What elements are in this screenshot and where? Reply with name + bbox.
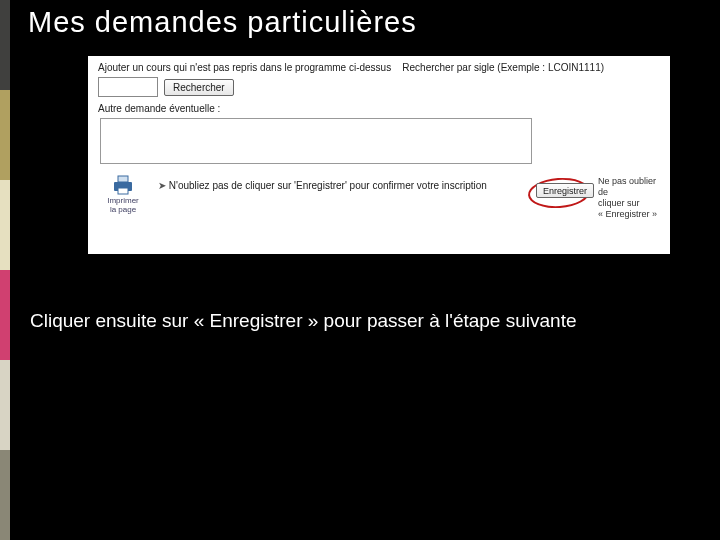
save-area: Enregistrer Ne pas oublier de cliquer su… <box>520 176 660 226</box>
side-note: Ne pas oublier de cliquer sur « Enregist… <box>598 176 660 220</box>
side-note-line3: « Enregistrer » <box>598 209 657 219</box>
instruction-text: Cliquer ensuite sur « Enregistrer » pour… <box>30 310 576 332</box>
search-hint: Rechercher par sigle (Exemple : LCOIN111… <box>402 62 604 73</box>
printer-icon <box>111 174 135 196</box>
course-code-input[interactable] <box>98 77 158 97</box>
accent-strip <box>0 0 10 540</box>
arrow-icon: ➤ <box>158 180 169 191</box>
search-button[interactable]: Rechercher <box>164 79 234 96</box>
other-request-label: Autre demande éventuelle : <box>98 103 660 114</box>
other-request-textarea[interactable] <box>100 118 532 164</box>
print-label-1: Imprimer <box>107 196 139 205</box>
reminder-text: ➤ N'oubliez pas de cliquer sur 'Enregist… <box>158 180 510 191</box>
svg-rect-2 <box>118 188 128 194</box>
reminder-label: N'oubliez pas de cliquer sur 'Enregistre… <box>169 180 487 191</box>
slide-title: Mes demandes particulières <box>28 6 417 39</box>
side-note-line2: cliquer sur <box>598 198 640 208</box>
print-page-link[interactable]: Imprimer la page <box>98 174 148 214</box>
svg-rect-1 <box>118 176 128 182</box>
add-course-line: Ajouter un cours qui n'est pas repris da… <box>98 62 660 73</box>
add-course-label: Ajouter un cours qui n'est pas repris da… <box>98 62 391 73</box>
save-button[interactable]: Enregistrer <box>536 183 594 198</box>
side-note-line1: Ne pas oublier de <box>598 176 656 197</box>
form-screenshot: Ajouter un cours qui n'est pas repris da… <box>88 56 670 254</box>
print-label-2: la page <box>110 205 136 214</box>
